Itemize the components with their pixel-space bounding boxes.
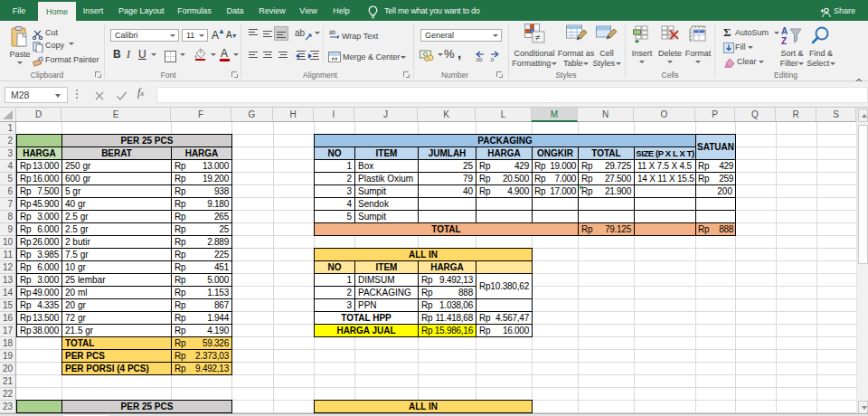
svg-text:≠: ≠ (535, 33, 541, 43)
svg-text:ab: ab (329, 29, 336, 35)
svg-text:Z: Z (781, 36, 787, 46)
svg-text:.00: .00 (475, 57, 483, 62)
svg-text:A: A (781, 26, 788, 36)
svg-text:.0: .0 (489, 57, 495, 62)
